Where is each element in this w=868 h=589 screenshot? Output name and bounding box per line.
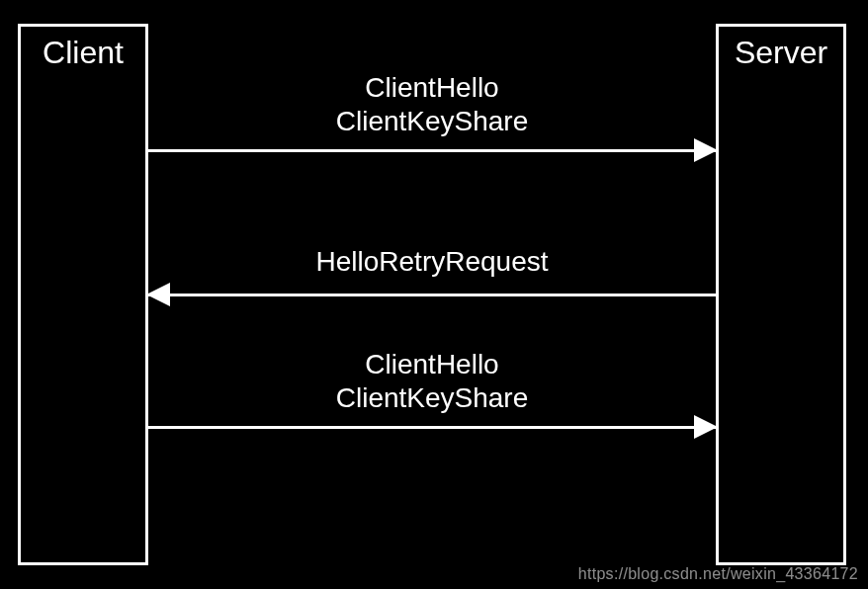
msg1-line1: ClientHello — [148, 71, 716, 105]
msg2-arrow-head — [146, 283, 170, 306]
msg2-line1: HelloRetryRequest — [148, 245, 716, 279]
client-lifeline: Client — [18, 24, 148, 565]
server-label: Server — [719, 35, 843, 71]
msg3-arrow-line — [148, 426, 716, 429]
msg3-line2: ClientKeyShare — [148, 381, 716, 415]
msg2-arrow-line — [148, 294, 716, 296]
msg1-arrow-line — [148, 149, 716, 152]
server-lifeline: Server — [716, 24, 846, 565]
msg3-label: ClientHello ClientKeyShare — [148, 348, 716, 414]
msg1-line2: ClientKeyShare — [148, 105, 716, 138]
watermark-text: https://blog.csdn.net/weixin_43364172 — [578, 565, 858, 583]
msg2-label: HelloRetryRequest — [148, 245, 716, 279]
msg3-arrow-head — [694, 415, 718, 439]
msg1-arrow-head — [694, 138, 718, 162]
client-label: Client — [21, 35, 145, 71]
msg1-label: ClientHello ClientKeyShare — [148, 71, 716, 137]
msg3-line1: ClientHello — [148, 348, 716, 381]
